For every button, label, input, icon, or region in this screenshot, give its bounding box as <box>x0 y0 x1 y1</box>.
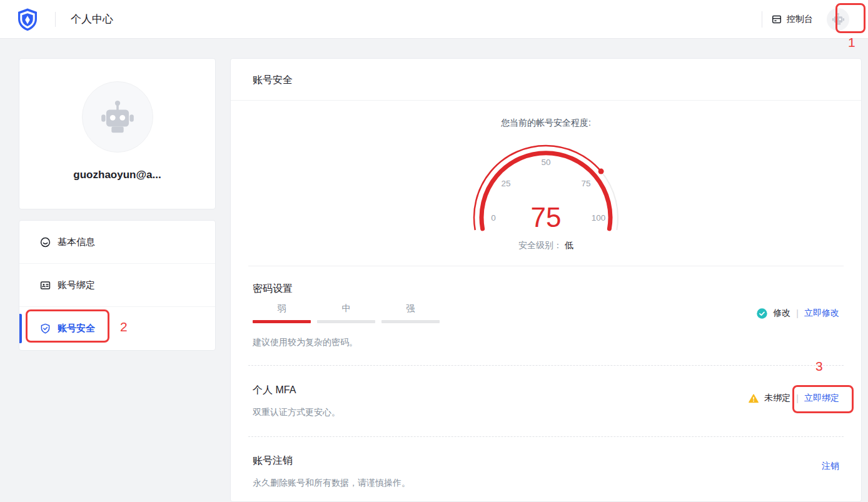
password-section-title: 密码设置 <box>253 283 839 296</box>
id-card-icon <box>39 279 51 291</box>
topbar-divider <box>55 12 56 27</box>
username: guozhaoyun@a... <box>19 169 215 181</box>
console-link[interactable]: 控制台 <box>762 11 813 28</box>
sidebar-item-label: 基本信息 <box>58 236 95 248</box>
security-level-value: 低 <box>565 240 573 250</box>
sidebar-item-account-binding[interactable]: 账号绑定 <box>19 264 215 307</box>
strength-label-medium: 中 <box>317 303 375 314</box>
gauge-tick-75: 75 <box>581 179 590 188</box>
section-divider-dashed <box>248 436 844 437</box>
warning-triangle-icon <box>749 394 759 403</box>
password-strength-bar <box>253 320 311 323</box>
console-label: 控制台 <box>787 14 813 25</box>
strength-label-strong: 强 <box>381 303 440 314</box>
separator: | <box>796 308 799 318</box>
bind-mfa-link[interactable]: 立即绑定 <box>804 393 839 404</box>
annotation-number-3: 3 <box>815 359 823 374</box>
change-password-link[interactable]: 立即修改 <box>804 308 839 319</box>
mfa-status: 未绑定 <box>764 393 790 404</box>
password-section: 密码设置 弱 中 强 建议使用较为复杂的密码。 修改 <box>253 283 839 348</box>
gauge-progress-dot <box>598 169 604 174</box>
smile-icon <box>39 236 51 248</box>
console-icon <box>771 14 782 25</box>
sidebar-item-label: 账号绑定 <box>58 279 95 291</box>
sidebar-item-basic-info[interactable]: 基本信息 <box>19 221 215 264</box>
strength-label-weak: 弱 <box>253 303 311 314</box>
password-strength-bar <box>317 320 375 323</box>
sidebar-item-label: 账号安全 <box>58 323 95 334</box>
deactivate-link[interactable]: 注销 <box>822 461 839 472</box>
security-level-line: 安全级别：低 <box>231 240 861 251</box>
password-description: 建议使用较为复杂的密码。 <box>253 337 839 348</box>
annotation-number-1: 1 <box>848 35 855 50</box>
mfa-section: 个人 MFA 双重认证方式更安心。 未绑定 | 立即绑定 <box>253 379 839 418</box>
gauge-value: 75 <box>531 202 562 233</box>
security-level-label: 安全级别： <box>518 240 562 250</box>
deactivate-description: 永久删除账号和所有数据，请谨慎操作。 <box>253 478 839 489</box>
section-divider <box>248 266 844 266</box>
gauge-tick-100: 100 <box>592 213 606 223</box>
section-divider-dashed <box>248 365 844 366</box>
security-score-gauge: 0 25 50 75 100 75 <box>231 141 861 235</box>
shield-check-icon <box>39 323 51 334</box>
brand-logo-icon <box>15 7 40 32</box>
gauge-tick-25: 25 <box>501 179 510 188</box>
sidebar-menu: 基本信息 账号绑定 账号安全 <box>19 220 216 351</box>
check-circle-icon <box>757 308 767 319</box>
password-strength-bar <box>381 320 440 323</box>
mfa-description: 双重认证方式更安心。 <box>253 407 839 418</box>
page-title: 个人中心 <box>71 12 113 26</box>
profile-card: guozhaoyun@a... <box>19 58 216 209</box>
account-security-panel: 账号安全 您当前的帐号安全程度: 0 25 50 75 100 75 安全级别：… <box>230 58 862 502</box>
gauge-tick-50: 50 <box>541 158 550 167</box>
password-strength-meter: 弱 中 强 <box>253 303 839 323</box>
topbar: 个人中心 控制台 <box>0 0 868 39</box>
deactivate-section-title: 账号注销 <box>253 454 839 468</box>
panel-title: 账号安全 <box>231 59 861 101</box>
separator: | <box>796 393 799 403</box>
password-status: 修改 <box>773 308 790 319</box>
profile-avatar <box>82 81 153 153</box>
user-avatar[interactable] <box>827 8 849 31</box>
gauge-title: 您当前的帐号安全程度: <box>231 118 861 129</box>
gauge-tick-0: 0 <box>491 213 496 223</box>
annotation-number-2: 2 <box>120 319 128 334</box>
sidebar-item-account-security[interactable]: 账号安全 <box>19 307 215 350</box>
deactivate-section: 账号注销 永久删除账号和所有数据，请谨慎操作。 注销 <box>253 449 839 489</box>
